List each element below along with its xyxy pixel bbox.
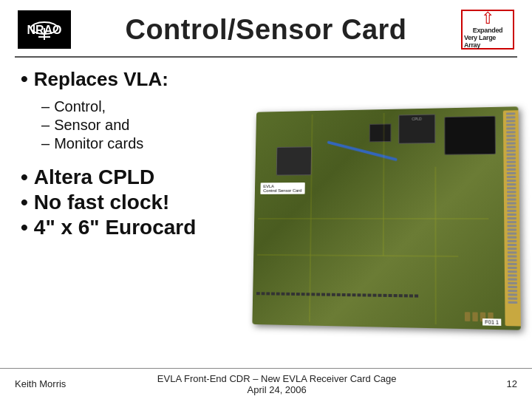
bullet-dot-3: •: [21, 191, 28, 214]
evla-logo: ⇧ Expanded Very Large Array: [461, 10, 514, 49]
svg-line-8: [383, 112, 384, 255]
footer-center-line1: EVLA Front-End CDR – New EVLA Receiver C…: [66, 373, 488, 384]
main-content: • Replaces VLA: – Control, – Sensor and …: [0, 58, 532, 365]
sub-bullet-sensor-label: Sensor and: [54, 117, 129, 134]
footer-page-number: 12: [488, 378, 517, 389]
sub-bullet-monitor-label: Monitor cards: [54, 135, 143, 152]
slide-title: Control/Sensor Card: [83, 14, 449, 46]
text-section: • Replaces VLA: – Control, – Sensor and …: [21, 68, 242, 365]
footer-center: EVLA Front-End CDR – New EVLA Receiver C…: [66, 373, 488, 395]
evla-arrow-icon: ⇧: [481, 10, 494, 27]
sub-bullets: – Control, – Sensor and – Monitor cards: [41, 98, 242, 152]
header: NRAO Control/Sensor Card ⇧ Expanded Very…: [0, 0, 532, 56]
bullet-replaces-vla-label: Replaces VLA:: [34, 68, 168, 91]
bullet-altera-label: Altera CPLD: [34, 166, 154, 189]
footer-center-line2: April 24, 2006: [66, 384, 488, 395]
sub-bullet-control: – Control,: [41, 98, 242, 115]
svg-line-6: [257, 254, 458, 256]
evla-logo-line1: Expanded: [473, 27, 503, 34]
bullet-no-clock-label: No fast clock!: [34, 191, 170, 214]
bullets-bottom: • Altera CPLD • No fast clock! • 4" x 6"…: [21, 166, 242, 239]
svg-line-7: [310, 114, 313, 321]
bullet-altera: • Altera CPLD: [21, 166, 242, 189]
pcb-image-section: CPLD EVLAControl Sensor Card: [250, 68, 517, 365]
bullet-dot-1: •: [21, 68, 28, 91]
footer: Keith Morris EVLA Front-End CDR – New EV…: [0, 368, 532, 399]
sub-bullet-control-label: Control,: [54, 98, 106, 115]
sub-bullet-sensor: – Sensor and: [41, 117, 242, 134]
bullet-eurocard-label: 4" x 6" Eurocard: [34, 216, 197, 239]
slide-container: NRAO Control/Sensor Card ⇧ Expanded Very…: [0, 0, 532, 399]
bullet-replaces-vla: • Replaces VLA:: [21, 68, 242, 91]
bullet-eurocard: • 4" x 6" Eurocard: [21, 216, 242, 239]
bullet-dot-2: •: [21, 166, 28, 189]
footer-author: Keith Morris: [15, 378, 66, 389]
pcb-board: CPLD EVLAControl Sensor Card: [252, 106, 521, 330]
bullet-dot-4: •: [21, 216, 28, 239]
bullet-no-clock: • No fast clock!: [21, 191, 242, 214]
evla-logo-line2: Very Large Array: [464, 34, 511, 49]
sub-bullet-monitor: – Monitor cards: [41, 135, 242, 152]
nrao-logo: NRAO: [18, 10, 71, 49]
